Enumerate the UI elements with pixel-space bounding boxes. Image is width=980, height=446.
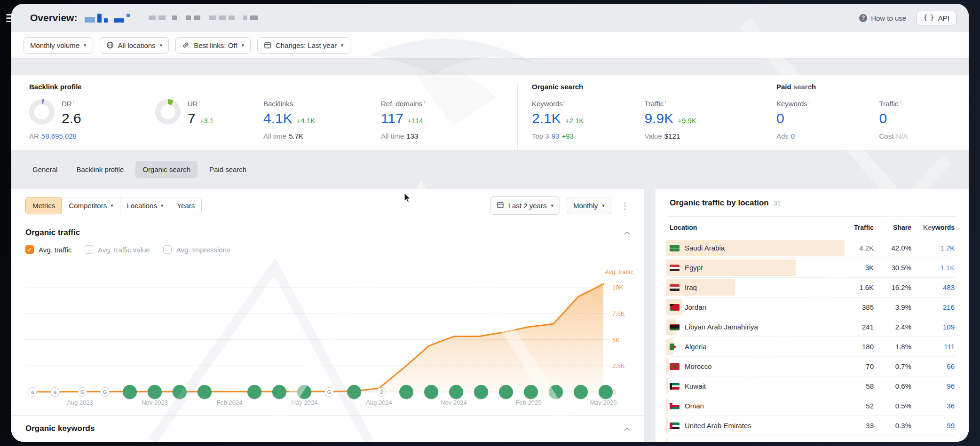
metric-url-rating: UR 7 +3.1 [155,99,263,140]
metric-delta: +2.1K [565,117,584,125]
filter-button-monthly-volume[interactable]: Monthly volume▾ [24,37,93,54]
keywords-link[interactable]: 99 [911,422,955,430]
metric-value: 7 [188,111,196,126]
event-marker-dot[interactable] [173,385,187,399]
tab-general[interactable]: General [25,161,64,178]
group-title: Organic search [532,83,762,91]
checked-box-icon: ✓ [25,245,34,254]
column-header-location[interactable]: Location [670,224,840,231]
metric-delta: +9.9K [678,117,696,125]
event-marker-dot[interactable] [474,385,488,399]
keywords-link[interactable]: 66 [911,362,955,370]
metric-value-link[interactable]: 9.9K [645,111,674,126]
x-tick-label: May 2024 [291,399,317,406]
flag-jordan-icon [670,304,680,311]
event-marker-dot[interactable] [399,385,413,399]
traffic-value: 70 [840,362,874,370]
keywords-link[interactable]: 1.2K [911,244,955,252]
keywords-link[interactable]: 109 [911,323,955,331]
x-tick-label: Nov 2024 [441,399,467,406]
event-marker-dot[interactable] [424,385,438,399]
column-header-traffic[interactable]: Traffic [840,224,874,231]
checkbox-avg-traffic[interactable]: ✓Avg. traffic [25,245,71,254]
app-screenshot: Overview: ? How to use { } [0,0,980,446]
metric-value-link[interactable]: 117 [381,111,403,126]
location-name: United Arab Emirates [685,422,751,430]
ads-link[interactable]: 0 [791,132,795,140]
keywords-link[interactable]: 36 [911,402,955,410]
keywords-link[interactable]: 25 [911,441,955,442]
sub-delta: +93 [561,132,573,140]
collapse-chevron-icon[interactable] [622,227,632,239]
event-marker-dot[interactable] [247,385,261,399]
event-marker-dot[interactable] [347,385,361,399]
event-marker-dot[interactable] [524,385,538,399]
event-marker-dot[interactable] [272,385,286,399]
metric-paid-keywords: Keywords 0 Ads0 [776,99,879,140]
keywords-link[interactable]: 111 [911,343,955,351]
how-to-use-link[interactable]: ? How to use [859,14,906,22]
event-marker-a[interactable]: a [50,387,60,397]
flag-iraq-icon [670,284,680,291]
event-marker-a[interactable]: a [28,387,37,397]
keywords-link[interactable]: 96 [911,382,955,390]
event-marker-dot[interactable] [549,385,563,399]
unchecked-box-icon [163,245,172,254]
tab-paid-search[interactable]: Paid search [202,161,253,178]
segmented-metrics[interactable]: Metrics [25,197,62,214]
filter-button-best-links-off[interactable]: Best links: Off▾ [175,37,251,54]
event-marker-dot[interactable] [449,385,463,399]
keywords-link[interactable]: 216 [911,303,955,311]
event-marker-dot[interactable] [148,385,162,399]
metric-delta: +3.1 [200,117,214,125]
collapse-chevron-icon[interactable] [622,423,632,435]
event-marker-g[interactable]: G [324,387,334,397]
segmented-years[interactable]: Years [170,197,202,214]
flag-saudi-arabia-icon [670,245,680,251]
interval-button[interactable]: Monthly ▾ [567,197,611,214]
api-button[interactable]: { } API [917,11,956,25]
date-range-button[interactable]: Last 2 years ▾ [490,196,560,215]
x-tick-label: Feb 2024 [217,399,243,406]
calendar-icon [497,201,504,210]
filter-button-all-locations[interactable]: All locations▾ [100,37,169,54]
x-tick-label: Feb 2025 [516,399,542,406]
checkbox-label: Avg. traffic value [98,246,150,254]
tab-organic-search[interactable]: Organic search [135,161,198,178]
event-marker-dot[interactable] [499,385,513,399]
checkbox-avg-impressions[interactable]: Avg. Impressions [163,245,230,254]
location-row-morocco: Morocco700.7%66 [670,357,955,376]
event-marker-2[interactable]: 2 [377,387,386,397]
event-marker-g[interactable]: G [78,387,87,397]
location-row-saudi-arabia: Saudi Arabia4.2K42.0%1.2K [670,238,955,258]
tab-backlink-profile[interactable]: Backlink profile [69,161,131,178]
column-header-share[interactable]: Share [874,224,911,231]
segmented-locations[interactable]: Locations▾ [120,197,171,214]
event-marker-g[interactable]: G [100,387,110,397]
metric-value-link[interactable]: 0 [776,111,784,126]
filter-button-changes-last-year[interactable]: Changes: Last year▾ [257,37,350,54]
event-marker-dot[interactable] [123,385,137,399]
event-marker-dot[interactable] [297,385,311,399]
share-value: 0.6% [874,382,911,390]
keywords-link[interactable]: 483 [911,283,955,291]
segmented-competitors[interactable]: Competitors▾ [62,197,120,214]
event-marker-dot[interactable] [599,385,613,399]
kebab-menu-icon[interactable]: ⋮ [618,199,632,213]
location-name: Morocco [685,362,712,370]
top3-link[interactable]: 93 [552,132,560,140]
location-name: Saudi Arabia [685,244,725,252]
organic-traffic-header: Organic traffic [25,227,632,239]
metric-value-link[interactable]: 0 [879,111,887,126]
keywords-link[interactable]: 1.1K [911,264,955,272]
page-title: Overview: [30,12,77,23]
column-header-keywords[interactable]: Keywords [911,224,955,231]
checkbox-avg-traffic-value[interactable]: Avg. traffic value [85,245,150,254]
metric-value-link[interactable]: 2.1K [532,111,561,126]
event-marker-dot[interactable] [198,385,212,399]
ahrefs-rank-link[interactable]: 58,695,028 [41,132,77,140]
share-value: 0.7% [874,362,911,370]
event-marker-dot[interactable] [574,385,588,399]
organic-traffic-chart[interactable]: Avg. traffic 10K7.5K5K2.5K0 Aug 2023Nov … [25,259,644,415]
metric-value-link[interactable]: 4.1K [263,111,292,126]
